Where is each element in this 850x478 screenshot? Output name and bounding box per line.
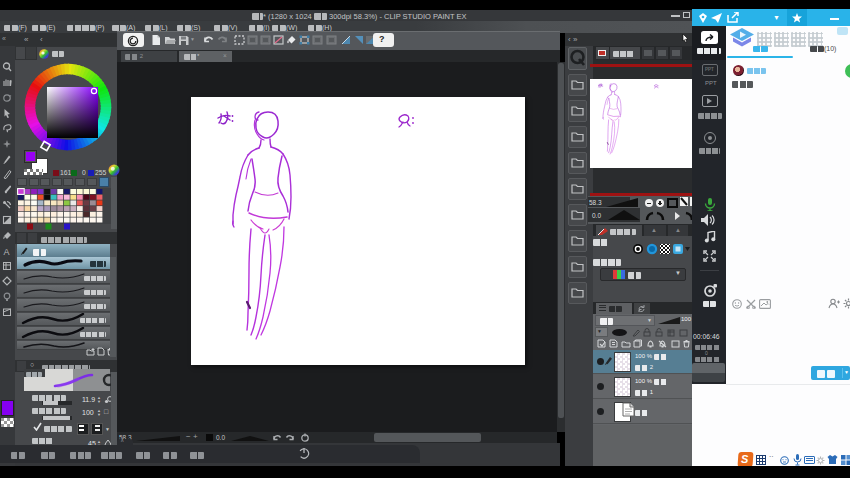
svg-text:A: A <box>4 246 10 256</box>
